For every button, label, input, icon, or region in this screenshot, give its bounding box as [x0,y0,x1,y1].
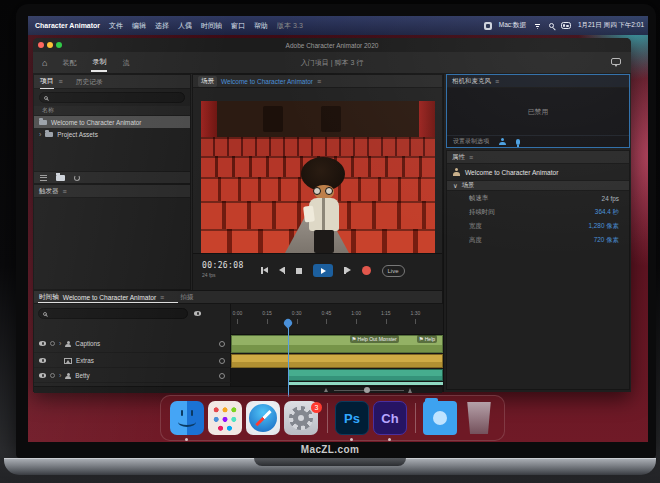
project-search-input[interactable] [39,92,185,103]
menu-item-timeline[interactable]: 时间轴 [201,21,222,31]
next-frame-button[interactable] [344,267,351,274]
track-name[interactable]: Betty [75,372,89,379]
chevron-right-icon[interactable]: › [59,373,61,378]
app-window: Adobe Character Animator 2020 ⌂ 装配 录制 流 … [33,38,631,392]
visibility-icon[interactable] [39,373,46,378]
tab-timeline[interactable]: 时间轴 [39,293,59,302]
tab-stream[interactable]: 流 [121,55,130,71]
zoom-in-icon[interactable] [408,388,412,393]
solo-icon[interactable] [50,341,55,346]
betty-track-bar[interactable] [288,369,443,381]
zoom-out-icon[interactable] [324,388,328,392]
menu-item-window[interactable]: 窗口 [231,21,245,31]
spotlight-search-icon[interactable] [549,23,554,28]
panel-menu-icon[interactable]: ≡ [469,154,473,161]
properties-item-name: Welcome to Character Animator [465,169,558,176]
track-name[interactable]: Extras [76,357,94,364]
menu-datetime[interactable]: 1月21日 周四 下午2:01 [578,21,644,30]
property-label: 持续时间 [469,208,495,217]
tab-project[interactable]: 项目 [40,74,54,89]
list-view-icon[interactable] [40,175,47,181]
clock-icon[interactable] [219,341,225,347]
clock-icon[interactable] [219,358,225,364]
property-value[interactable]: 364.4 秒 [595,208,619,217]
panel-menu-icon[interactable]: ≡ [317,78,321,85]
panel-menu-icon[interactable]: ≡ [63,188,67,195]
tab-rig[interactable]: 装配 [61,55,77,71]
timecode[interactable]: 00:26:08 [202,261,244,270]
panel-menu-icon[interactable]: ≡ [59,78,63,85]
running-indicator [388,438,391,441]
filter-visibility-icon[interactable] [194,311,201,316]
stop-button[interactable] [296,268,302,274]
timeline-ruler[interactable]: 0:00 0:15 0:30 0:45 1:00 1:15 1:30 [231,304,443,335]
feedback-chat-icon[interactable] [611,58,621,65]
camera-icon[interactable] [499,138,506,145]
home-icon[interactable]: ⌂ [42,58,47,68]
project-item-assets[interactable]: › Project Assets [34,128,190,140]
dock-launchpad-icon[interactable] [208,401,242,435]
input-source-icon[interactable] [484,22,492,30]
dock-character-animator-icon[interactable]: Ch [373,401,407,435]
betty-take-strip [288,382,443,385]
minimize-button[interactable] [47,42,53,48]
dock-settings-icon[interactable]: 3 [284,401,318,435]
trigger-marker[interactable]: ⚑ Help [417,335,437,343]
track-header-extras[interactable]: Extras [34,354,231,368]
dock-photoshop-icon[interactable]: Ps [335,401,369,435]
property-value[interactable]: 1,280 像素 [588,222,619,231]
timeline-scrollbar[interactable] [34,386,442,393]
go-to-start-button[interactable] [261,267,268,274]
track-name[interactable]: Captions [75,340,100,347]
properties-item[interactable]: Welcome to Character Animator [447,164,629,180]
dock-downloads-folder-icon[interactable] [423,401,457,435]
visibility-icon[interactable] [39,358,46,363]
notification-badge: 3 [311,402,322,413]
track-header-captions[interactable]: › Captions [34,335,231,353]
menu-app-name[interactable]: Character Animator [35,22,100,29]
panel-menu-icon[interactable]: ≡ [495,78,499,85]
zoom-slider-knob[interactable] [364,387,370,393]
tab-history[interactable]: 历史记录 [76,77,103,87]
property-value[interactable]: 24 fps [602,195,619,202]
menu-item-select[interactable]: 选择 [155,21,169,31]
menu-item-file[interactable]: 文件 [109,21,123,31]
property-value[interactable]: 720 像素 [594,236,619,245]
live-button[interactable]: Live [382,265,405,277]
extras-track-bar[interactable] [231,354,443,368]
dock-trash-icon[interactable] [465,402,493,434]
scene-section-header[interactable]: ∨ 场景 [447,180,629,191]
playhead-line[interactable] [288,328,289,397]
trigger-marker[interactable]: ⚑ Help Out Monster [350,335,399,343]
dock-safari-icon[interactable] [246,401,280,435]
solo-icon[interactable] [50,373,55,378]
timeline-search-input[interactable] [38,308,188,319]
chevron-right-icon[interactable]: › [39,132,41,137]
panel-menu-icon[interactable]: ≡ [160,294,164,301]
project-item-welcome[interactable]: Welcome to Character Animator [34,116,190,128]
tab-takes[interactable]: 拍摄 [180,293,193,302]
clock-icon[interactable] [219,373,225,379]
control-center-icon[interactable] [561,22,571,29]
menu-status-app[interactable]: Mac:数据 [499,21,526,30]
menu-item-puppet[interactable]: 人偶 [178,21,192,31]
workspace-toolbar: ⌂ 装配 录制 流 入门项目 | 脚本 3 行 [33,52,631,74]
zoom-button[interactable] [56,42,62,48]
menu-item-help[interactable]: 帮助 [254,21,268,31]
track-header-betty[interactable]: › Betty [34,369,231,383]
refresh-icon[interactable] [74,175,80,181]
previous-frame-button[interactable] [279,267,286,274]
captions-track-bar[interactable]: ⚑ Help Out Monster ⚑ Help [231,335,443,353]
wifi-icon[interactable] [533,22,542,29]
new-folder-icon[interactable] [56,175,65,181]
scene-viewport[interactable] [193,88,442,253]
dock-finder-icon[interactable] [170,401,204,435]
record-button[interactable] [362,266,371,275]
visibility-icon[interactable] [39,341,46,346]
play-button[interactable] [313,264,333,277]
menu-item-edit[interactable]: 编辑 [132,21,146,31]
tab-record[interactable]: 录制 [91,54,107,72]
chevron-right-icon[interactable]: › [59,341,61,346]
microphone-icon[interactable] [516,139,520,145]
close-button[interactable] [38,42,44,48]
